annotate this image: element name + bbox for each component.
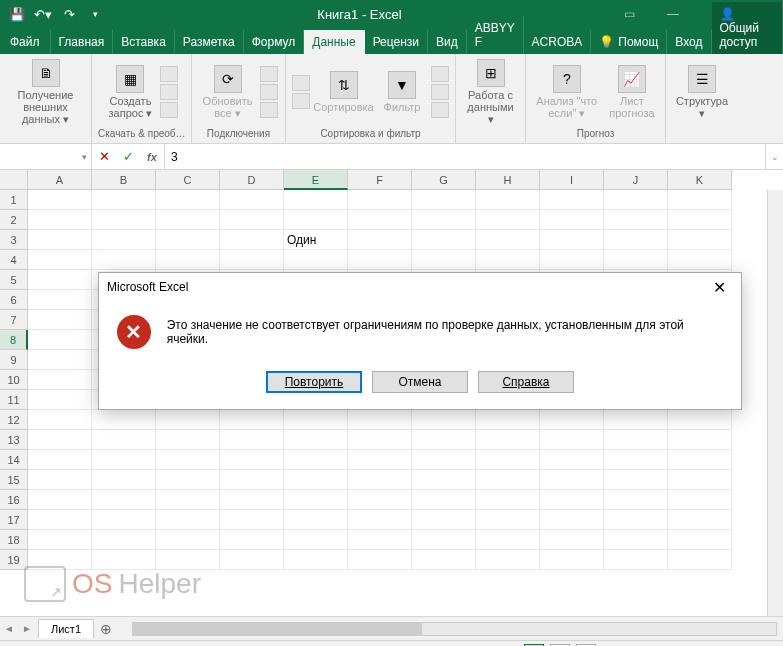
dialog-close-button[interactable]: ✕ <box>705 273 733 301</box>
retry-button[interactable]: Повторить <box>266 371 362 393</box>
cancel-button[interactable]: Отмена <box>372 371 468 393</box>
error-dialog: Microsoft Excel ✕ Это значение не соотве… <box>98 272 742 410</box>
dialog-titlebar: Microsoft Excel ✕ <box>99 273 741 301</box>
dialog-overlay: Microsoft Excel ✕ Это значение не соотве… <box>0 0 783 646</box>
dialog-title: Microsoft Excel <box>107 280 188 294</box>
error-icon <box>117 315 151 349</box>
help-button[interactable]: Справка <box>478 371 574 393</box>
dialog-message: Это значение не соответствует ограничени… <box>167 318 723 346</box>
